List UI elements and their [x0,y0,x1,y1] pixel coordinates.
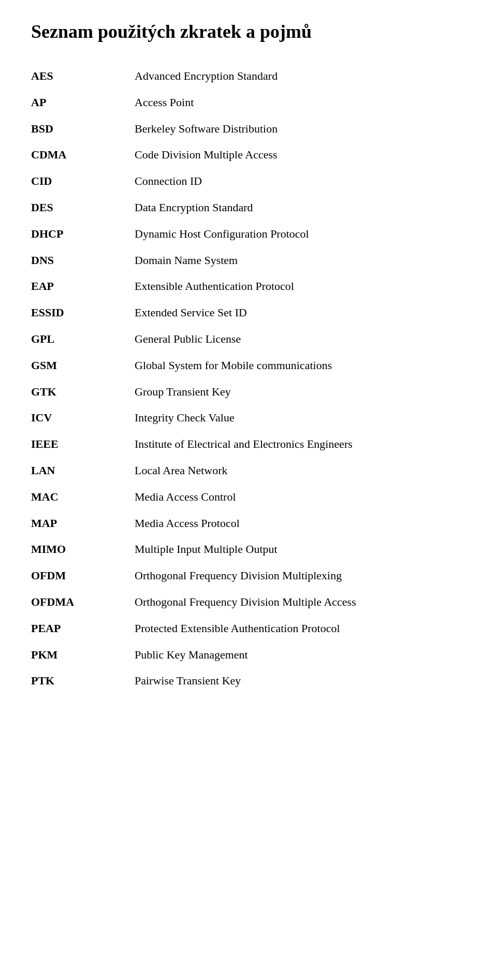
acronym-cell: CDMA [31,142,135,168]
acronym-cell: ICV [31,405,135,431]
acronym-cell: DHCP [31,221,135,247]
acronym-cell: PEAP [31,616,135,642]
table-row: DESData Encryption Standard [31,195,466,221]
table-row: GPLGeneral Public License [31,326,466,353]
acronym-cell: EAP [31,273,135,300]
acronym-cell: MIMO [31,536,135,563]
table-row: CDMACode Division Multiple Access [31,142,466,168]
table-row: LANLocal Area Network [31,458,466,484]
table-row: CIDConnection ID [31,168,466,195]
acronym-cell: BSD [31,116,135,142]
table-row: APAccess Point [31,90,466,116]
table-row: DNSDomain Name System [31,247,466,274]
acronym-table: AESAdvanced Encryption StandardAPAccess … [31,63,466,694]
table-row: BSDBerkeley Software Distribution [31,116,466,142]
acronym-cell: GSM [31,353,135,379]
table-row: OFDMOrthogonal Frequency Division Multip… [31,563,466,589]
acronym-cell: AP [31,90,135,116]
definition-cell: Pairwise Transient Key [135,668,466,694]
acronym-cell: OFDMA [31,589,135,616]
table-row: EAPExtensible Authentication Protocol [31,273,466,300]
definition-cell: Extended Service Set ID [135,300,466,326]
definition-cell: Orthogonal Frequency Division Multiple A… [135,589,466,616]
table-row: ESSIDExtended Service Set ID [31,300,466,326]
definition-cell: Institute of Electrical and Electronics … [135,431,466,458]
definition-cell: Advanced Encryption Standard [135,63,466,90]
table-row: IEEEInstitute of Electrical and Electron… [31,431,466,458]
acronym-cell: PTK [31,668,135,694]
acronym-cell: AES [31,63,135,90]
table-row: MAPMedia Access Protocol [31,510,466,537]
table-row: GTKGroup Transient Key [31,379,466,405]
acronym-cell: PKM [31,642,135,668]
definition-cell: Orthogonal Frequency Division Multiplexi… [135,563,466,589]
table-row: DHCPDynamic Host Configuration Protocol [31,221,466,247]
definition-cell: Berkeley Software Distribution [135,116,466,142]
table-row: MACMedia Access Control [31,484,466,510]
table-row: GSMGlobal System for Mobile communicatio… [31,353,466,379]
acronym-cell: MAC [31,484,135,510]
page-title: Seznam použitých zkratek a pojmů [31,21,466,42]
acronym-cell: LAN [31,458,135,484]
definition-cell: Extensible Authentication Protocol [135,273,466,300]
table-row: PEAPProtected Extensible Authentication … [31,616,466,642]
table-row: ICVIntegrity Check Value [31,405,466,431]
definition-cell: Protected Extensible Authentication Prot… [135,616,466,642]
definition-cell: Dynamic Host Configuration Protocol [135,221,466,247]
acronym-cell: DNS [31,247,135,274]
definition-cell: Media Access Protocol [135,510,466,537]
acronym-cell: ESSID [31,300,135,326]
acronym-cell: GTK [31,379,135,405]
acronym-cell: OFDM [31,563,135,589]
definition-cell: Integrity Check Value [135,405,466,431]
acronym-cell: MAP [31,510,135,537]
acronym-cell: DES [31,195,135,221]
table-row: AESAdvanced Encryption Standard [31,63,466,90]
table-row: OFDMAOrthogonal Frequency Division Multi… [31,589,466,616]
definition-cell: Group Transient Key [135,379,466,405]
definition-cell: Multiple Input Multiple Output [135,536,466,563]
definition-cell: Media Access Control [135,484,466,510]
definition-cell: Global System for Mobile communications [135,353,466,379]
acronym-cell: GPL [31,326,135,353]
definition-cell: Domain Name System [135,247,466,274]
definition-cell: Public Key Management [135,642,466,668]
acronym-cell: CID [31,168,135,195]
table-row: PKMPublic Key Management [31,642,466,668]
definition-cell: Data Encryption Standard [135,195,466,221]
table-row: PTKPairwise Transient Key [31,668,466,694]
table-row: MIMOMultiple Input Multiple Output [31,536,466,563]
definition-cell: Code Division Multiple Access [135,142,466,168]
definition-cell: Local Area Network [135,458,466,484]
definition-cell: General Public License [135,326,466,353]
definition-cell: Access Point [135,90,466,116]
acronym-cell: IEEE [31,431,135,458]
definition-cell: Connection ID [135,168,466,195]
